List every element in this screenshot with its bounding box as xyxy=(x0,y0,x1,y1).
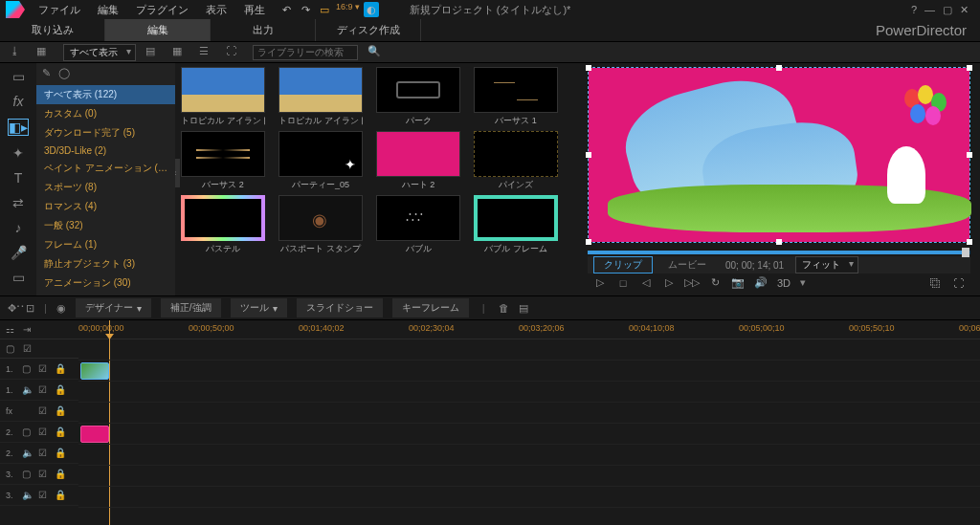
preview-mode-clip[interactable]: クリップ xyxy=(593,256,653,273)
track-header[interactable]: 2.🔈☑🔒 xyxy=(0,443,78,464)
category-item[interactable]: すべて表示 (122) xyxy=(36,85,175,104)
3d-icon[interactable]: 3D xyxy=(777,276,791,290)
menu-plugin[interactable]: プラグイン xyxy=(128,1,196,19)
crop-icon[interactable]: ⊡ xyxy=(26,302,34,315)
prev-frame-icon[interactable]: ◁ xyxy=(639,276,653,290)
undo-icon[interactable]: ↶ xyxy=(278,2,294,17)
track-header[interactable]: 1.▢☑🔒 xyxy=(0,359,78,380)
thumbnail-item[interactable]: パーク xyxy=(376,67,460,127)
more-icon[interactable]: ▤ xyxy=(519,302,528,315)
pip-clip[interactable] xyxy=(80,426,109,443)
snapshot-icon[interactable]: 📷 xyxy=(731,276,745,290)
import-media-icon[interactable]: ⭳ xyxy=(10,45,27,60)
category-item[interactable]: カスタム (0) xyxy=(36,104,175,123)
library-search-input[interactable] xyxy=(253,45,358,60)
title-room-icon[interactable]: T xyxy=(8,170,29,186)
cloud-icon[interactable]: ◐ xyxy=(364,2,379,17)
search-icon[interactable]: 🔍 xyxy=(368,45,385,60)
seek-bar[interactable] xyxy=(588,251,970,254)
thumbnail-item[interactable]: パインズ xyxy=(474,131,558,191)
details-icon[interactable]: ☰ xyxy=(199,45,216,60)
audio-room-icon[interactable]: ♪ xyxy=(8,220,29,235)
category-item[interactable]: スポーツ (8) xyxy=(36,178,175,197)
aspect-icon[interactable]: ▭ xyxy=(317,2,332,17)
brush-tool-icon[interactable]: ✎ xyxy=(42,67,51,79)
move-icon[interactable]: ✥ xyxy=(8,302,16,315)
expand-icon[interactable]: ⛶ xyxy=(226,45,243,60)
thumbnail-item[interactable]: バブル xyxy=(376,195,460,255)
fit-dropdown[interactable]: フィット xyxy=(795,256,858,273)
redo-icon[interactable]: ↷ xyxy=(298,2,313,17)
tab-output[interactable]: 出力 xyxy=(211,19,316,41)
fix-enhance-button[interactable]: 補正/強調 xyxy=(161,298,221,317)
tab-disc[interactable]: ディスク作成 xyxy=(316,19,421,41)
snap-icon[interactable]: ⇥ xyxy=(23,324,34,336)
tab-edit[interactable]: 編集 xyxy=(105,19,211,41)
preview-mode-movie[interactable]: ムービー xyxy=(658,257,716,273)
category-item[interactable]: ロマンス (4) xyxy=(36,197,175,216)
track-header[interactable]: 1.🔈☑🔒 xyxy=(0,380,78,401)
menu-file[interactable]: ファイル xyxy=(31,1,88,19)
slideshow-button[interactable]: スライドショー xyxy=(297,298,383,317)
thumbnail-item[interactable]: バーサス 2 xyxy=(181,131,265,191)
tools-button[interactable]: ツール ▾ xyxy=(231,298,287,317)
category-item[interactable]: アニメーション (30) xyxy=(36,273,175,293)
maximize-icon[interactable]: ▢ xyxy=(943,4,952,16)
timeline-tracks[interactable]: 00;00;00;0000;00;50;0000;01;40;0200;02;3… xyxy=(78,320,980,525)
fullscreen-icon[interactable]: ⛶ xyxy=(951,276,965,290)
thumbnail-item[interactable]: トロピカル アイランド xyxy=(181,67,265,127)
category-item[interactable]: 3D/3D-Like (2) xyxy=(36,142,175,159)
category-item[interactable]: 複合フレーム (2) xyxy=(36,293,175,295)
category-item[interactable]: 静止オブジェクト (3) xyxy=(36,254,175,273)
track-menu-icon[interactable]: ⚏ xyxy=(6,324,17,336)
tab-import[interactable]: 取り込み xyxy=(0,19,105,41)
category-item[interactable]: ダウンロード完了 (5) xyxy=(36,123,175,142)
menu-edit[interactable]: 編集 xyxy=(90,1,126,19)
chapter-room-icon[interactable]: ▭ xyxy=(8,270,29,285)
video-clip[interactable] xyxy=(80,362,109,380)
fast-forward-icon[interactable]: ▷▷ xyxy=(685,276,699,290)
particle-room-icon[interactable]: ✦ xyxy=(8,145,29,161)
thumbnail-item[interactable]: パーティー_05 xyxy=(278,131,363,191)
category-item[interactable]: 一般 (32) xyxy=(36,216,175,235)
thumbnail-item[interactable]: バーサス 1 xyxy=(474,67,558,127)
track-header[interactable]: 3.🔈☑🔒 xyxy=(0,485,78,506)
menu-view[interactable]: 表示 xyxy=(198,1,234,19)
trash-icon[interactable]: 🗑 xyxy=(499,302,509,314)
track-header[interactable]: fx☑🔒 xyxy=(0,401,78,422)
sort-icon[interactable]: ▤ xyxy=(145,45,163,60)
loop-icon[interactable]: ↻ xyxy=(708,276,722,290)
stop-icon[interactable]: □ xyxy=(616,276,630,290)
thumbnail-item[interactable]: パスポート スタンプ xyxy=(278,195,363,255)
tracks-view-icon[interactable]: ▢ xyxy=(6,343,17,355)
transition-room-icon[interactable]: ⇄ xyxy=(8,195,29,210)
undock-icon[interactable]: ⿻ xyxy=(928,276,942,290)
category-item[interactable]: ペイント アニメーション (14) xyxy=(36,159,175,178)
tracks-check-icon[interactable]: ☑ xyxy=(23,343,34,355)
help-icon[interactable]: ? xyxy=(911,4,917,16)
keyframe-button[interactable]: キーフレーム xyxy=(392,298,469,317)
next-frame-icon[interactable]: ▷ xyxy=(662,276,676,290)
minimize-icon[interactable]: — xyxy=(924,4,935,16)
menu-play[interactable]: 再生 xyxy=(236,1,273,19)
fx-room-icon[interactable]: fx xyxy=(8,94,29,109)
thumbnail-item[interactable]: バブル フレーム xyxy=(474,195,558,255)
track-header[interactable]: 2.▢☑🔒 xyxy=(0,422,78,443)
lasso-tool-icon[interactable]: ◯ xyxy=(58,67,70,79)
voice-room-icon[interactable]: 🎤 xyxy=(8,245,29,260)
track-header[interactable]: 3.▢☑🔒 xyxy=(0,464,78,485)
folder-icon[interactable]: ▦ xyxy=(36,45,54,60)
circle-tool-icon[interactable]: ◉ xyxy=(56,302,66,315)
pip-room-icon[interactable]: ◧▸ xyxy=(8,119,29,136)
category-item[interactable]: フレーム (1) xyxy=(36,235,175,254)
preview-canvas[interactable] xyxy=(588,67,970,243)
thumbnail-item[interactable]: パステル xyxy=(181,195,265,255)
grid-view-icon[interactable]: ▦ xyxy=(172,45,189,60)
filter-dropdown[interactable]: すべて表示 xyxy=(63,44,136,61)
volume-icon[interactable]: 🔊 xyxy=(754,276,768,290)
media-room-icon[interactable]: ▭ xyxy=(8,69,29,84)
thumbnail-item[interactable]: ハート 2 xyxy=(376,131,460,191)
play-icon[interactable]: ▷ xyxy=(593,276,607,290)
collapse-panel-icon[interactable]: ‹ xyxy=(175,159,180,187)
designer-button[interactable]: デザイナー ▾ xyxy=(76,298,151,317)
